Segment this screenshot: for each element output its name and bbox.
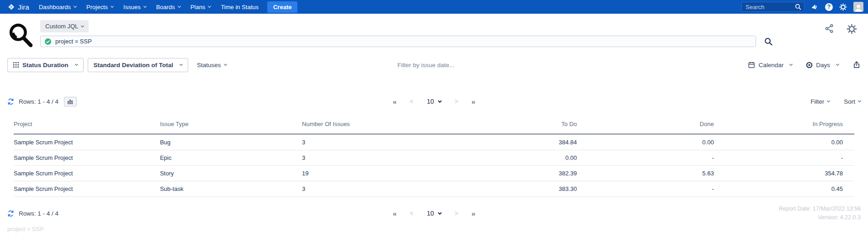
table-row[interactable]: Sample Scrum Project Epic 3 0.00 - - (14, 150, 854, 166)
first-page-button[interactable]: « (393, 98, 397, 106)
export-icon[interactable] (852, 61, 861, 69)
filter-sort-cluster: Filter Sort (810, 98, 861, 105)
filter-dropdown[interactable]: Filter (810, 98, 830, 105)
last-page-button[interactable]: » (471, 210, 475, 217)
chevron-down-icon (178, 5, 181, 8)
brand-name: Jira (18, 3, 29, 11)
jql-search-area: Custom JQL project = SSP (40, 20, 861, 47)
chevron-down-icon (180, 63, 183, 66)
nav-right-cluster: ? (741, 2, 863, 12)
next-page-button[interactable]: > (455, 98, 458, 105)
column-header-done[interactable]: Done (577, 121, 714, 134)
chevron-down-icon (836, 63, 839, 66)
column-header-to-do[interactable]: To Do (439, 121, 577, 134)
statuses-dropdown[interactable]: Statuses (192, 62, 231, 69)
report-toolbar: Status Duration Standard Deviation of To… (0, 58, 868, 72)
user-avatar[interactable] (853, 2, 863, 12)
rows-count-label: Rows: 1 - 4 / 4 (19, 210, 58, 217)
status-duration-table: Project Issue Type Number Of Issues To D… (0, 121, 868, 197)
page-size-dropdown[interactable]: 10 (427, 210, 441, 217)
previous-page-button[interactable]: < (410, 98, 413, 105)
chevron-down-icon (858, 99, 861, 102)
nav-item-plans[interactable]: Plans (185, 0, 216, 14)
nav-item-time-in-status[interactable]: Time in Status (216, 0, 264, 14)
sort-dropdown[interactable]: Sort (844, 98, 861, 105)
chevron-down-icon (143, 5, 147, 8)
jql-value: project = SSP (55, 38, 92, 45)
header-action-icons (825, 24, 857, 34)
nav-item-projects[interactable]: Projects (81, 0, 118, 14)
settings-gear-icon[interactable] (847, 24, 857, 34)
help-icon[interactable]: ? (825, 3, 833, 11)
gear-icon[interactable] (839, 3, 847, 11)
column-header-in-progress[interactable]: In Progress (714, 121, 854, 134)
nav-item-boards[interactable]: Boards (151, 0, 185, 14)
chevron-down-icon (74, 5, 77, 8)
issue-date-filter-input[interactable]: Filter by issue date... (397, 62, 471, 69)
jira-home-link[interactable]: Jira (5, 3, 34, 11)
jql-input[interactable]: project = SSP (40, 36, 756, 47)
table-row[interactable]: Sample Scrum Project Story 19 382.39 5.6… (14, 166, 854, 181)
query-mode-dropdown[interactable]: Custom JQL (40, 20, 89, 32)
announcement-icon[interactable] (811, 3, 819, 11)
chart-view-button[interactable] (64, 97, 77, 106)
nav-item-dashboards[interactable]: Dashboards (34, 0, 81, 14)
pagination-bottom: « < 10 > » (393, 210, 476, 217)
chevron-down-icon (827, 99, 830, 102)
next-page-button[interactable]: > (455, 210, 458, 217)
report-date: Report Date: 17/Mar/2022 13:56 (779, 205, 861, 213)
page-size-dropdown[interactable]: 10 (427, 98, 441, 105)
rows-count-label: Rows: 1 - 4 / 4 (19, 98, 58, 105)
first-page-button[interactable]: « (393, 210, 397, 217)
bar-chart-icon (67, 99, 74, 104)
table-row[interactable]: Sample Scrum Project Bug 3 384.84 0.00 0… (14, 134, 854, 150)
refresh-icon[interactable] (7, 210, 14, 217)
jira-logo-icon (7, 3, 15, 11)
toolbar-right-cluster: Calendar Days (748, 61, 861, 69)
column-header-issue-type[interactable]: Issue Type (160, 121, 302, 134)
run-search-icon[interactable] (764, 37, 773, 46)
jql-valid-check-icon (45, 38, 51, 45)
chevron-down-icon (208, 5, 211, 8)
search-icon[interactable] (794, 3, 802, 11)
calculation-dropdown[interactable]: Standard Deviation of Total (88, 58, 189, 72)
share-icon[interactable] (825, 24, 834, 34)
create-button[interactable]: Create (267, 1, 297, 13)
app-magnifier-logo-icon (6, 21, 35, 49)
calendar-icon (748, 61, 755, 69)
report-version: Version: 4.22.0.3 (779, 213, 861, 222)
chevron-down-icon (789, 63, 793, 66)
table-row[interactable]: Sample Scrum Project Sub-task 3 383.30 -… (14, 181, 854, 197)
global-search (741, 2, 804, 12)
nav-item-issues[interactable]: Issues (118, 0, 151, 14)
target-eye-icon (806, 62, 813, 69)
chevron-down-icon (224, 63, 227, 66)
chevron-down-icon (81, 24, 84, 27)
report-type-dropdown[interactable]: Status Duration (7, 58, 84, 72)
chevron-down-icon (438, 211, 442, 214)
calendar-dropdown[interactable]: Calendar (748, 61, 792, 69)
results-controls-bottom: Rows: 1 - 4 / 4 « < 10 > » Report Date: … (0, 207, 868, 220)
chevron-down-icon (111, 5, 114, 8)
pagination-top: « < 10 > » (393, 98, 476, 106)
chevron-down-icon (438, 99, 442, 102)
column-header-number-of-issues[interactable]: Number Of Issues (302, 121, 439, 134)
previous-page-button[interactable]: < (410, 210, 413, 217)
time-unit-dropdown[interactable]: Days (806, 62, 839, 69)
top-navigation-bar: Jira Dashboards Projects Issues Boards P… (0, 0, 868, 14)
chevron-down-icon (74, 63, 78, 66)
column-header-project[interactable]: Project (14, 121, 160, 134)
search-header-section: Custom JQL project = SSP (0, 14, 868, 47)
table-header-row: Project Issue Type Number Of Issues To D… (14, 121, 854, 134)
refresh-icon[interactable] (7, 98, 14, 105)
report-meta: Report Date: 17/Mar/2022 13:56 Version: … (779, 205, 861, 222)
results-controls-top: Rows: 1 - 4 / 4 « < 10 > » Filter Sort (0, 95, 868, 108)
jql-echo-text: project = SSP (0, 226, 868, 232)
last-page-button[interactable]: » (471, 98, 475, 106)
grid-icon (13, 62, 19, 68)
person-icon (854, 3, 863, 12)
